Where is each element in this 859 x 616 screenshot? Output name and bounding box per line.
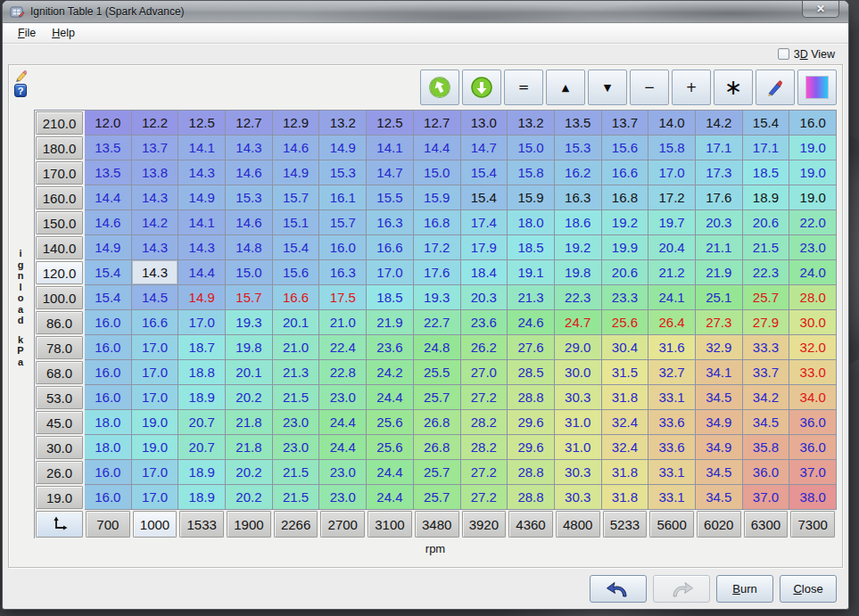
- table-cell[interactable]: 28.5: [508, 360, 555, 385]
- table-cell[interactable]: 15.4: [85, 285, 132, 310]
- table-cell[interactable]: 18.8: [178, 360, 226, 385]
- table-cell[interactable]: 15.7: [226, 285, 273, 310]
- table-cell[interactable]: 26.2: [461, 335, 508, 360]
- table-cell[interactable]: 21.8: [226, 410, 273, 435]
- table-cell[interactable]: 19.3: [414, 285, 461, 310]
- menu-help[interactable]: Help: [44, 25, 83, 41]
- table-cell[interactable]: 14.6: [85, 210, 132, 235]
- table-cell[interactable]: 19.1: [508, 260, 555, 285]
- column-header-button[interactable]: 6300: [744, 511, 789, 538]
- table-cell[interactable]: 14.9: [319, 136, 367, 160]
- table-cell[interactable]: 21.5: [273, 385, 320, 410]
- table-cell[interactable]: 17.0: [132, 385, 179, 410]
- table-cell[interactable]: 37.0: [789, 460, 837, 485]
- table-cell[interactable]: 32.9: [696, 335, 743, 360]
- table-cell[interactable]: 24.4: [367, 485, 414, 510]
- table-cell[interactable]: 24.8: [414, 335, 461, 360]
- table-cell[interactable]: 28.8: [508, 485, 555, 510]
- table-cell[interactable]: 16.0: [85, 310, 132, 335]
- table-cell[interactable]: 25.7: [743, 285, 790, 310]
- table-cell[interactable]: 13.2: [508, 111, 555, 136]
- table-cell[interactable]: 15.0: [226, 260, 273, 285]
- table-cell[interactable]: 14.3: [178, 235, 226, 260]
- redo-button[interactable]: [653, 575, 710, 603]
- table-cell[interactable]: 19.3: [226, 310, 273, 335]
- table-cell[interactable]: 20.2: [226, 460, 273, 485]
- column-header-button[interactable]: 4800: [556, 511, 600, 538]
- table-cell-selected[interactable]: 14.3: [132, 260, 179, 285]
- table-cell[interactable]: 21.5: [743, 235, 790, 260]
- column-header-button[interactable]: 1533: [179, 511, 224, 538]
- table-cell[interactable]: 14.5: [132, 285, 179, 310]
- table-cell[interactable]: 17.9: [461, 235, 508, 260]
- table-cell[interactable]: 25.7: [414, 460, 461, 485]
- table-cell[interactable]: 20.2: [226, 485, 273, 510]
- table-cell[interactable]: 17.0: [132, 485, 179, 510]
- column-header-button[interactable]: 7300: [790, 511, 835, 538]
- table-cell[interactable]: 16.6: [602, 160, 649, 185]
- table-cell[interactable]: 25.1: [696, 285, 743, 310]
- table-cell[interactable]: 34.5: [696, 385, 743, 410]
- menu-file[interactable]: File: [10, 25, 44, 41]
- table-cell[interactable]: 14.1: [178, 136, 226, 160]
- row-header-button[interactable]: 26.0: [36, 461, 83, 484]
- table-cell[interactable]: 25.5: [414, 360, 461, 385]
- table-cell[interactable]: 34.9: [696, 435, 743, 460]
- table-cell[interactable]: 14.9: [273, 160, 320, 185]
- table-cell[interactable]: 33.1: [648, 485, 696, 510]
- table-cell[interactable]: 14.7: [367, 160, 414, 185]
- plus-button[interactable]: +: [672, 70, 711, 105]
- table-cell[interactable]: 12.7: [226, 111, 273, 136]
- table-cell[interactable]: 19.0: [789, 160, 837, 185]
- table-cell[interactable]: 27.0: [461, 360, 508, 385]
- table-cell[interactable]: 17.6: [414, 260, 461, 285]
- table-cell[interactable]: 21.9: [367, 310, 414, 335]
- table-cell[interactable]: 34.1: [696, 360, 743, 385]
- table-cell[interactable]: 14.1: [367, 136, 414, 160]
- table-cell[interactable]: 17.1: [696, 136, 743, 160]
- table-cell[interactable]: 16.6: [273, 285, 320, 310]
- multiply-button[interactable]: ∗: [714, 70, 753, 105]
- table-cell[interactable]: 31.8: [602, 485, 649, 510]
- set-equal-button[interactable]: =: [504, 70, 543, 105]
- table-cell[interactable]: 20.6: [743, 210, 790, 235]
- table-cell[interactable]: 17.5: [319, 285, 367, 310]
- column-header-button[interactable]: 5233: [603, 511, 648, 538]
- table-cell[interactable]: 16.0: [319, 235, 367, 260]
- table-cell[interactable]: 27.2: [461, 385, 508, 410]
- table-cell[interactable]: 16.6: [132, 310, 179, 335]
- table-cell[interactable]: 19.2: [602, 210, 649, 235]
- column-header-button[interactable]: 3480: [415, 511, 459, 538]
- increment-button[interactable]: ▲: [546, 70, 585, 105]
- table-cell[interactable]: 14.1: [178, 210, 226, 235]
- table-cell[interactable]: 27.6: [508, 335, 555, 360]
- table-cell[interactable]: 15.4: [461, 160, 508, 185]
- table-cell[interactable]: 30.3: [555, 385, 602, 410]
- table-cell[interactable]: 33.1: [648, 460, 696, 485]
- table-cell[interactable]: 13.7: [602, 111, 649, 136]
- table-cell[interactable]: 31.8: [602, 460, 649, 485]
- table-cell[interactable]: 14.8: [226, 235, 273, 260]
- table-cell[interactable]: 17.1: [743, 136, 790, 160]
- row-header-button[interactable]: 86.0: [36, 311, 83, 334]
- table-cell[interactable]: 15.8: [508, 160, 555, 185]
- table-cell[interactable]: 24.0: [789, 260, 837, 285]
- table-cell[interactable]: 13.0: [461, 111, 508, 136]
- undo-button[interactable]: [590, 575, 647, 603]
- table-cell[interactable]: 28.8: [508, 385, 555, 410]
- table-cell[interactable]: 28.2: [461, 435, 508, 460]
- table-cell[interactable]: 33.6: [648, 435, 696, 460]
- table-cell[interactable]: 14.9: [85, 235, 132, 260]
- table-cell[interactable]: 27.3: [696, 310, 743, 335]
- table-cell[interactable]: 24.4: [367, 460, 414, 485]
- table-cell[interactable]: 16.0: [85, 485, 132, 510]
- table-cell[interactable]: 21.2: [648, 260, 696, 285]
- table-cell[interactable]: 16.0: [85, 360, 132, 385]
- table-cell[interactable]: 36.0: [789, 435, 837, 460]
- row-header-button[interactable]: 30.0: [36, 436, 83, 459]
- column-header-button[interactable]: 4360: [508, 511, 553, 538]
- table-cell[interactable]: 14.6: [273, 136, 320, 160]
- table-cell[interactable]: 29.6: [508, 410, 555, 435]
- table-cell[interactable]: 24.4: [367, 385, 414, 410]
- table-cell[interactable]: 12.2: [132, 111, 179, 136]
